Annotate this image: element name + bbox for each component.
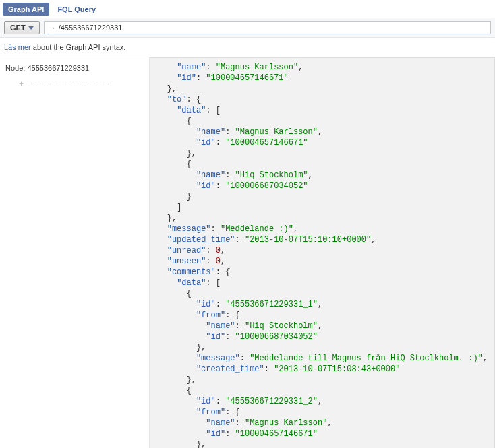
- node-label: Node:: [5, 64, 27, 72]
- syntax-hint-text: about the Graph API syntax.: [31, 43, 126, 51]
- node-row: Node: 455536671229331: [5, 64, 144, 72]
- tab-fql-query[interactable]: FQL Query: [52, 3, 101, 16]
- syntax-hint: Läs mer about the Graph API syntax.: [0, 38, 495, 57]
- plus-icon: +: [19, 79, 24, 88]
- http-method-label: GET: [10, 24, 26, 32]
- add-field-row[interactable]: +: [5, 79, 144, 88]
- main-area: Node: 455536671229331 + "name": "Magnus …: [0, 57, 495, 448]
- api-tabs: Graph API FQL Query: [0, 0, 495, 16]
- path-input[interactable]: [59, 24, 486, 32]
- chevron-down-icon: [28, 26, 34, 30]
- syntax-help-link[interactable]: Läs mer: [4, 43, 31, 51]
- right-panel: "name": "Magnus Karlsson", "id": "100004…: [149, 57, 495, 448]
- tab-graph-api[interactable]: Graph API: [3, 3, 49, 16]
- arrow-icon: →: [49, 24, 56, 32]
- json-response: "name": "Magnus Karlsson", "id": "100004…: [150, 57, 495, 448]
- left-panel: Node: 455536671229331 +: [0, 57, 149, 448]
- http-method-dropdown[interactable]: GET: [4, 21, 40, 34]
- placeholder-dashes: [28, 84, 109, 84]
- node-id: 455536671229331: [27, 64, 89, 72]
- path-container: →: [44, 21, 491, 34]
- request-bar: GET →: [0, 18, 495, 38]
